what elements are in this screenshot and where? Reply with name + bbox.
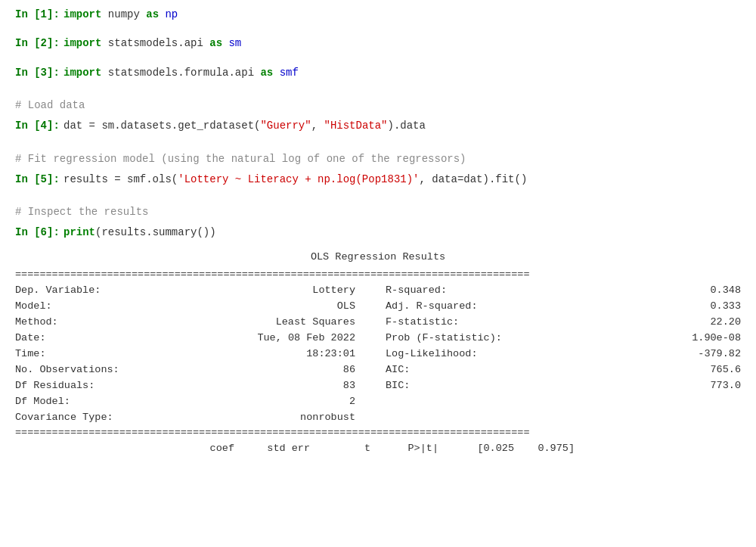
coef-header-col4: P>|t| [370,441,438,457]
ols-right-8-empty [378,410,741,426]
ols-left-0: Dep. Variable: Lottery [15,283,378,299]
ols-right-label-3: Prob (F-statistic): [378,331,537,347]
cell-3: In [3]: import statsmodels.formula.api a… [0,58,756,87]
code-line-4: In [4]: dat = sm.datasets.get_rdataset("… [15,117,741,134]
cell-5: In [5]: results = smf.ols('Lottery ~ Lit… [0,165,756,194]
ols-left-1: Model: OLS [15,299,378,315]
ols-right-value-6: 773.0 [537,378,741,394]
code-content-5: results = smf.ols('Lottery ~ Literacy + … [64,171,741,188]
data-param: , data=dat).fit() [420,173,528,185]
ols-right-7-empty [378,394,741,410]
ols-left-label-8: Covariance Type: [15,410,155,426]
module-statsmodels-formula: statsmodels.formula.api [108,67,261,79]
ols-left-6: Df Residuals: 83 [15,378,378,394]
prompt-1: In [1]: [15,6,60,23]
code-content-2: import statsmodels.api as sm [64,35,741,51]
ols-left-value-6: 83 [155,378,378,394]
ols-right-value-1: 0.333 [537,299,741,315]
ols-left-label-3: Date: [15,331,155,347]
ols-left-value-5: 86 [155,362,378,378]
ols-right-2: F-statistic: 22.20 [378,315,741,331]
kw-import-1: import [64,8,101,20]
str-histdata: "HistData" [324,120,387,132]
code-line-5: In [5]: results = smf.ols('Lottery ~ Lit… [15,171,741,188]
comment-4: # Load data [0,93,756,111]
ols-stats-row-4: Time: 18:23:01 Log-Likelihood: -379.82 [15,347,741,362]
coef-header-col0 [15,441,166,457]
kw-as-3: as [260,67,273,79]
alias-np: np [165,8,178,20]
ols-right-label-6: BIC: [378,378,537,394]
ols-right-value-0: 0.348 [537,283,741,299]
ols-right-value-2: 22.20 [537,315,741,331]
ols-right-label-5: AIC: [378,362,537,378]
ols-left-4: Time: 18:23:01 [15,347,378,362]
cell-6-block: # Inspect the results In [6]: print(resu… [0,194,756,247]
ols-right-label-4: Log-Likelihood: [378,347,537,362]
ols-title: OLS Regression Results [15,250,741,266]
prompt-4: In [4]: [15,117,60,134]
ols-left-label-4: Time: [15,347,155,362]
ols-right-5: AIC: 765.6 [378,362,741,378]
comma-1: , [311,120,324,132]
code-line-3: In [3]: import statsmodels.formula.api a… [15,64,741,81]
ols-stats-row-0: Dep. Variable: Lottery R-squared: 0.348 [15,283,741,299]
ols-left-value-8: nonrobust [155,410,378,426]
kw-import-2: import [64,37,101,49]
ols-right-label-0: R-squared: [378,283,537,299]
ols-output: OLS Regression Results =================… [0,247,756,460]
ols-left-label-5: No. Observations: [15,362,155,378]
ols-right-label-2: F-statistic: [378,315,537,331]
ols-left-3: Date: Tue, 08 Feb 2022 [15,331,378,347]
ols-left-label-0: Dep. Variable: [15,283,155,299]
var-results: results = smf.ols( [64,173,178,185]
ols-right-value-4: -379.82 [537,347,741,362]
ols-sep-mid: ========================================… [15,425,741,441]
kw-print: print [64,226,95,238]
ols-right-value-3: 1.90e-08 [537,331,741,347]
code-line-1: In [1]: import numpy as np [15,6,741,23]
cell-5-block: # Fit regression model (using the natura… [0,141,756,194]
ols-stats-row-2: Method: Least Squares F-statistic: 22.20 [15,315,741,331]
ols-right-value-5: 765.6 [537,362,741,378]
ols-left-value-1: OLS [155,299,378,315]
ols-left-label-6: Df Residuals: [15,378,155,394]
code-content-6: print(results.summary()) [64,224,741,241]
prompt-6: In [6]: [15,224,60,241]
ols-left-2: Method: Least Squares [15,315,378,331]
ols-right-1: Adj. R-squared: 0.333 [378,299,741,315]
ols-left-value-4: 18:23:01 [155,347,378,362]
code-content-3: import statsmodels.formula.api as smf [64,64,741,81]
module-statsmodels-api: statsmodels.api [108,37,209,49]
comment-5: # Fit regression model (using the natura… [0,147,756,165]
alias-sm: sm [228,37,241,49]
prompt-2: In [2]: [15,35,60,51]
kw-as-1: as [146,8,159,20]
ols-right-3: Prob (F-statistic): 1.90e-08 [378,331,741,347]
ols-left-5: No. Observations: 86 [15,362,378,378]
var-dat: dat = sm.datasets.get_rdataset( [64,120,260,132]
cell-4: In [4]: dat = sm.datasets.get_rdataset("… [0,111,756,140]
prompt-3: In [3]: [15,64,60,81]
ols-stats-row-8: Covariance Type: nonrobust [15,410,741,426]
prompt-5: In [5]: [15,171,60,188]
comment-text-4: # Load data [15,99,85,111]
ols-right-label-1: Adj. R-squared: [378,299,537,315]
ols-sep-top: ========================================… [15,267,741,283]
ols-left-8: Covariance Type: nonrobust [15,410,378,426]
code-line-2: In [2]: import statsmodels.api as sm [15,35,741,51]
comment-text-5: # Fit regression model (using the natura… [15,153,466,165]
ols-left-label-7: Df Model: [15,394,155,410]
coef-header-row: coef std err t P>|t| [0.025 0.975] [15,441,741,457]
coef-header-col5: [0.025 [438,441,514,457]
str-guerry: "Guerry" [260,120,311,132]
str-formula: 'Lottery ~ Literacy + np.log(Pop1831)' [178,173,419,185]
alias-smf: smf [280,67,299,79]
ols-left-label-2: Method: [15,315,155,331]
coef-header-col1: coef [166,441,234,457]
ols-stats-row-1: Model: OLS Adj. R-squared: 0.333 [15,299,741,315]
ols-right-4: Log-Likelihood: -379.82 [378,347,741,362]
coef-header-col6: 0.975] [514,441,575,457]
code-content-4: dat = sm.datasets.get_rdataset("Guerry",… [64,117,741,134]
ols-left-value-3: Tue, 08 Feb 2022 [155,331,378,347]
